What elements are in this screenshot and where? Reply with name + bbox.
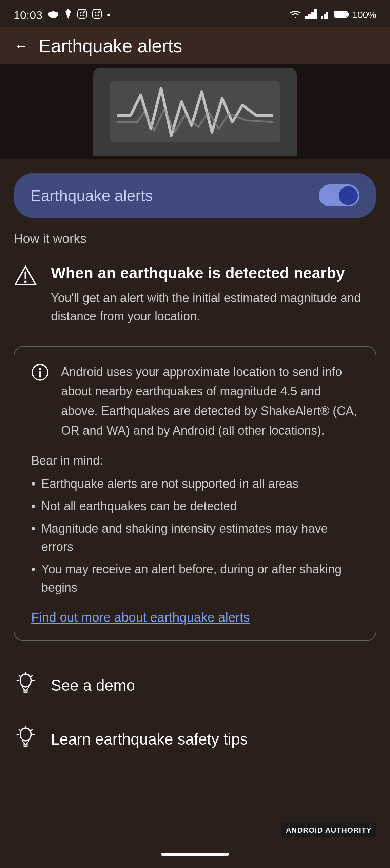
svg-point-24: [39, 368, 41, 370]
svg-rect-14: [324, 14, 326, 19]
svg-rect-12: [314, 9, 317, 19]
lightbulb-demo-icon: [14, 672, 37, 698]
svg-point-22: [24, 281, 26, 283]
bullet-item-2: Not all earthquakes can be detected: [31, 497, 359, 515]
svg-rect-11: [311, 12, 314, 19]
location-icon: [64, 8, 72, 22]
info-box: Android uses your approximate location t…: [14, 346, 376, 641]
instagram-icon2: [92, 9, 102, 21]
svg-line-38: [19, 729, 20, 730]
warning-triangle-icon: [14, 265, 37, 292]
phone-illustration: [93, 68, 297, 156]
home-indicator[interactable]: [161, 853, 229, 856]
feature-description: You'll get an alert with the initial est…: [51, 289, 376, 326]
instagram-icon1: [77, 9, 87, 21]
svg-line-30: [19, 675, 20, 676]
earthquake-alerts-toggle-row[interactable]: Earthquake alerts: [14, 173, 376, 218]
back-button[interactable]: ←: [14, 37, 28, 54]
see-demo-text: See a demo: [51, 676, 135, 694]
bullet-item-3: Magnitude and shaking intensity estimate…: [31, 519, 359, 556]
hero-image: [0, 64, 390, 159]
section-title: How it works: [14, 232, 376, 246]
svg-rect-18: [335, 12, 347, 17]
signal-icon: [305, 9, 317, 20]
svg-rect-15: [326, 12, 328, 19]
safety-tips-text: Learn earthquake safety tips: [51, 730, 248, 748]
feature-title: When an earthquake is detected nearby: [51, 263, 376, 283]
bear-in-mind-title: Bear in mind:: [31, 454, 359, 468]
lightbulb-safety-icon: [14, 726, 37, 752]
bottom-nav-bar: [0, 841, 390, 868]
svg-line-39: [31, 729, 32, 730]
bullet-list: Earthquake alerts are not supported in a…: [31, 475, 359, 597]
find-out-more-link[interactable]: Find out more about earthquake alerts: [31, 610, 359, 625]
dot-icon: •: [107, 9, 110, 20]
page-title: Earthquake alerts: [39, 35, 182, 56]
bullet-item-1: Earthquake alerts are not supported in a…: [31, 475, 359, 493]
see-demo-item[interactable]: See a demo: [14, 658, 376, 712]
svg-rect-17: [347, 13, 349, 16]
wifi-icon: [289, 9, 302, 20]
svg-point-2: [52, 12, 58, 16]
status-bar: 10:03 •: [0, 0, 390, 27]
safety-tips-item[interactable]: Learn earthquake safety tips: [14, 712, 376, 766]
earthquake-detected-feature: When an earthquake is detected nearby Yo…: [14, 263, 376, 326]
toggle-label: Earthquake alerts: [31, 186, 153, 205]
cloud-icon: [47, 9, 59, 21]
svg-rect-9: [305, 16, 308, 19]
bullet-item-4: You may receive an alert before, during …: [31, 560, 359, 597]
svg-rect-3: [78, 9, 86, 18]
svg-point-5: [84, 11, 85, 12]
toggle-knob: [339, 186, 358, 205]
svg-point-4: [80, 12, 84, 16]
earthquake-detected-content: When an earthquake is detected nearby Yo…: [51, 263, 376, 326]
svg-point-34: [20, 728, 31, 741]
info-circle-icon: [31, 363, 49, 385]
svg-rect-13: [321, 16, 323, 19]
how-it-works-section: How it works When an earthquake is detec…: [14, 232, 376, 326]
mobile-signal-icon: [321, 9, 331, 20]
info-box-header: Android uses your approximate location t…: [31, 362, 359, 440]
earthquake-wave-icon: [110, 81, 280, 142]
svg-point-26: [20, 674, 31, 687]
battery-percent: 100%: [352, 9, 376, 20]
earthquake-alerts-toggle[interactable]: [319, 184, 359, 206]
svg-line-31: [31, 675, 32, 676]
svg-point-7: [95, 12, 99, 16]
main-content: Earthquake alerts How it works When an e…: [0, 173, 390, 766]
status-time: 10:03: [14, 8, 42, 22]
status-right: 100%: [289, 9, 376, 20]
status-left: 10:03 •: [14, 8, 110, 22]
app-header: ← Earthquake alerts: [0, 27, 390, 64]
svg-rect-6: [93, 9, 101, 18]
info-main-text: Android uses your approximate location t…: [61, 362, 359, 440]
android-authority-watermark: ANDROID AUTHORITY: [281, 823, 376, 837]
svg-point-8: [99, 11, 100, 12]
battery-icon: [334, 11, 349, 19]
svg-rect-10: [308, 14, 311, 19]
